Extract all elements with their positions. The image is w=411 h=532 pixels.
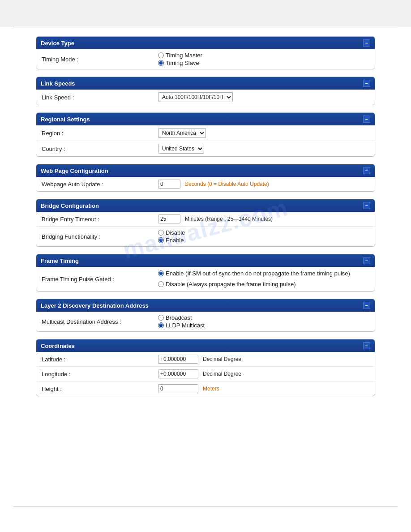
device-type-panel: Device Type − Timing Mode : Timing Maste…	[36, 36, 375, 69]
frame-timing-title: Frame Timing	[41, 257, 79, 264]
link-speeds-header: Link Speeds −	[36, 77, 375, 90]
bridge-config-body: Bridge Entry Timeout : Minutes (Range : …	[36, 212, 375, 246]
timing-slave-option[interactable]: Timing Slave	[158, 60, 202, 66]
multicast-dest-radio-group: Broadcast LLDP Multicast	[158, 314, 205, 329]
broadcast-radio[interactable]	[158, 315, 164, 321]
timing-mode-label: Timing Mode :	[42, 56, 158, 63]
height-controls: Meters	[158, 384, 369, 393]
link-speed-label: Link Speed :	[42, 94, 158, 101]
bridge-config-collapse[interactable]: −	[363, 202, 370, 209]
latitude-input[interactable]	[158, 355, 198, 364]
timing-mode-controls: Timing Master Timing Slave	[158, 52, 369, 66]
frame-timing-pulse-gated-controls: Enable (If SM out of sync then do not pr…	[158, 270, 369, 288]
multicast-dest-row: Multicast Destination Address : Broadcas…	[36, 312, 375, 331]
device-type-title: Device Type	[41, 40, 74, 47]
bridge-entry-timeout-note: Minutes (Range : 25—1440 Minutes)	[185, 216, 273, 222]
regional-settings-title: Regional Settings	[41, 116, 90, 123]
layer2-discovery-title: Layer 2 Discovery Destination Address	[41, 302, 149, 309]
broadcast-label: Broadcast	[166, 314, 192, 321]
link-speeds-title: Link Speeds	[41, 80, 75, 87]
latitude-controls: Decimal Degree	[158, 355, 369, 364]
webpage-auto-update-note: Seconds (0 = Disable Auto Update)	[185, 181, 269, 187]
bridging-disable-label: Disable	[166, 229, 185, 236]
bridge-entry-timeout-input[interactable]	[158, 215, 180, 223]
bridge-entry-timeout-row: Bridge Entry Timeout : Minutes (Range : …	[36, 212, 375, 227]
region-label: Region :	[42, 130, 158, 137]
page-wrapper: manualzz.com Device Type − Timing Mode :…	[0, 27, 411, 532]
web-page-config-body: Webpage Auto Update : Seconds (0 = Disab…	[36, 177, 375, 191]
layer2-discovery-collapse[interactable]: −	[363, 302, 370, 309]
frame-timing-pulse-gated-row: Frame Timing Pulse Gated : Enable (If SM…	[36, 267, 375, 291]
coordinates-panel: Coordinates − Latitude : Decimal Degree …	[36, 339, 375, 396]
latitude-row: Latitude : Decimal Degree	[36, 352, 375, 367]
link-speeds-collapse[interactable]: −	[363, 80, 370, 87]
country-select[interactable]: United States Canada Mexico	[158, 144, 204, 154]
country-controls: United States Canada Mexico	[158, 144, 369, 154]
multicast-dest-controls: Broadcast LLDP Multicast	[158, 314, 369, 329]
height-row: Height : Meters	[36, 382, 375, 396]
bridge-entry-timeout-controls: Minutes (Range : 25—1440 Minutes)	[158, 215, 369, 223]
link-speeds-body: Link Speed : Auto 100F/100H/10F/10H 100F…	[36, 90, 375, 105]
layer2-discovery-body: Multicast Destination Address : Broadcas…	[36, 312, 375, 331]
regional-settings-body: Region : North America Europe Asia Count…	[36, 125, 375, 156]
lldp-multicast-radio[interactable]	[158, 322, 164, 328]
region-controls: North America Europe Asia	[158, 128, 369, 138]
latitude-label: Latitude :	[42, 356, 158, 363]
bridge-config-panel: Bridge Configuration − Bridge Entry Time…	[36, 199, 375, 247]
bridging-enable-radio[interactable]	[158, 237, 164, 243]
webpage-auto-update-row: Webpage Auto Update : Seconds (0 = Disab…	[36, 177, 375, 191]
coordinates-collapse[interactable]: −	[363, 342, 370, 349]
device-type-body: Timing Mode : Timing Master Timing Slave	[36, 49, 375, 69]
height-unit: Meters	[203, 386, 219, 392]
regional-settings-panel: Regional Settings − Region : North Ameri…	[36, 112, 375, 157]
lldp-multicast-option[interactable]: LLDP Multicast	[158, 322, 205, 329]
bridging-disable-option[interactable]: Disable	[158, 229, 185, 236]
longitude-input[interactable]	[158, 369, 198, 378]
bridging-functionality-radio-group: Disable Enable	[158, 229, 185, 244]
timing-master-option[interactable]: Timing Master	[158, 52, 202, 59]
timing-slave-label: Timing Slave	[166, 60, 199, 66]
frame-timing-enable-radio[interactable]	[158, 270, 164, 276]
frame-timing-disable-radio[interactable]	[158, 281, 164, 287]
coordinates-body: Latitude : Decimal Degree Longitude : De…	[36, 352, 375, 396]
multicast-dest-label: Multicast Destination Address :	[42, 318, 158, 325]
region-select[interactable]: North America Europe Asia	[158, 128, 206, 138]
country-row: Country : United States Canada Mexico	[36, 141, 375, 156]
bridge-config-title: Bridge Configuration	[41, 202, 99, 209]
web-page-config-panel: Web Page Configuration − Webpage Auto Up…	[36, 164, 375, 192]
timing-slave-radio[interactable]	[158, 60, 164, 66]
webpage-auto-update-label: Webpage Auto Update :	[42, 181, 158, 188]
bridging-functionality-controls: Disable Enable	[158, 229, 369, 244]
bridge-entry-timeout-label: Bridge Entry Timeout :	[42, 216, 158, 223]
frame-timing-enable-label: Enable (If SM out of sync then do not pr…	[166, 270, 350, 278]
broadcast-option[interactable]: Broadcast	[158, 314, 205, 321]
frame-timing-disable-option[interactable]: Disable (Always propagate the frame timi…	[158, 280, 350, 288]
longitude-unit: Decimal Degree	[203, 371, 241, 377]
regional-settings-collapse[interactable]: −	[363, 116, 370, 123]
device-type-collapse[interactable]: −	[363, 39, 370, 47]
webpage-auto-update-controls: Seconds (0 = Disable Auto Update)	[158, 180, 369, 189]
frame-timing-collapse[interactable]: −	[363, 257, 370, 264]
bottom-rule	[13, 506, 398, 507]
timing-master-radio[interactable]	[158, 52, 164, 58]
longitude-row: Longitude : Decimal Degree	[36, 367, 375, 382]
bridging-disable-radio[interactable]	[158, 230, 164, 236]
webpage-auto-update-input[interactable]	[158, 180, 180, 189]
coordinates-header: Coordinates −	[36, 339, 375, 352]
coordinates-title: Coordinates	[41, 343, 75, 349]
timing-mode-radio-group: Timing Master Timing Slave	[158, 52, 202, 66]
bridging-functionality-row: Bridging Functionality : Disable Enable	[36, 227, 375, 246]
web-page-config-header: Web Page Configuration −	[36, 164, 375, 177]
link-speeds-panel: Link Speeds − Link Speed : Auto 100F/100…	[36, 77, 375, 105]
latitude-unit: Decimal Degree	[203, 356, 241, 362]
frame-timing-radio-group: Enable (If SM out of sync then do not pr…	[158, 270, 350, 288]
frame-timing-enable-option[interactable]: Enable (If SM out of sync then do not pr…	[158, 270, 350, 278]
web-page-config-title: Web Page Configuration	[41, 167, 108, 174]
web-page-config-collapse[interactable]: −	[363, 167, 370, 174]
frame-timing-panel: Frame Timing − Frame Timing Pulse Gated …	[36, 254, 375, 292]
height-input[interactable]	[158, 384, 198, 393]
link-speed-controls: Auto 100F/100H/10F/10H 100F 100H 10F 10H	[158, 92, 369, 102]
link-speed-select[interactable]: Auto 100F/100H/10F/10H 100F 100H 10F 10H	[158, 92, 233, 102]
bridging-enable-option[interactable]: Enable	[158, 237, 185, 244]
timing-mode-row: Timing Mode : Timing Master Timing Slave	[36, 49, 375, 69]
